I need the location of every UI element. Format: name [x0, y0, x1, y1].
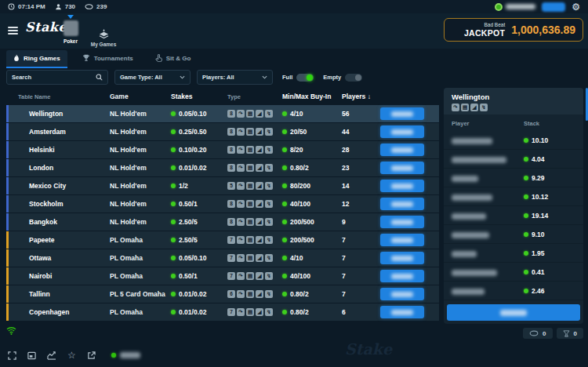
- players-filter-value: Players: All: [202, 74, 234, 81]
- menu-hamburger-icon[interactable]: [8, 25, 18, 36]
- game-type-select[interactable]: Game Type: All: [114, 70, 191, 85]
- player-row: 4.04: [444, 150, 583, 169]
- join-table-button[interactable]: [380, 198, 424, 210]
- stakes-cell: 0.05/0.10: [171, 110, 227, 118]
- footer-toolbar: ☆: [8, 351, 140, 360]
- join-table-button[interactable]: [380, 107, 424, 120]
- table-row[interactable]: Stockholm NL Hold'em 0.50/1 8↷▤◢↯ 40/100…: [6, 195, 439, 213]
- tournaments-counter[interactable]: 0: [557, 328, 583, 339]
- table-row[interactable]: Helsinki NL Hold'em 0.10/0.20 8↷▤◢↯ 8/20…: [6, 141, 439, 159]
- table-feature-icon: ↯: [265, 110, 273, 118]
- table-name-cell: Papeete: [9, 236, 110, 244]
- window-icon[interactable]: [27, 351, 36, 360]
- table-row[interactable]: Ottawa PL Omaha 0.05/0.10 7↷▤◢↯ 4/10 7: [6, 249, 439, 267]
- table-feature-icon: ◢: [256, 308, 263, 316]
- buyin-cell: 20/50: [282, 128, 342, 136]
- table-row[interactable]: Nairobi PL Omaha 0.50/1 7↷▤◢↯ 40/100 7: [6, 267, 439, 285]
- balance-display[interactable]: [495, 3, 535, 11]
- buyin-cell: 80/200: [282, 182, 342, 190]
- col-table-name[interactable]: Table Name: [6, 93, 110, 100]
- currency-dot-icon: [171, 274, 176, 278]
- open-tables-counter[interactable]: 0: [523, 328, 552, 339]
- panel-join-button[interactable]: [447, 304, 580, 321]
- type-badges-cell: 6↷▤◢↯: [227, 290, 282, 298]
- active-indicator-triangle: [67, 15, 74, 19]
- table-row[interactable]: Amsterdam NL Hold'em 0.25/0.50 8↷▤◢↯ 20/…: [6, 123, 439, 141]
- nav-item-poker[interactable]: Poker: [57, 15, 84, 44]
- join-table-button[interactable]: [380, 270, 424, 282]
- gear-icon[interactable]: ⚙: [572, 2, 580, 12]
- player-name-blurred: [452, 227, 524, 242]
- players-cell: 9: [342, 218, 380, 226]
- table-row[interactable]: Wellington NL Hold'em 0.05/0.10 8↷▤◢↯ 4/…: [6, 105, 439, 123]
- search-input[interactable]: Search: [6, 70, 108, 85]
- tab-tournaments[interactable]: Tournaments: [75, 50, 140, 68]
- nav-item-my-games[interactable]: My Games: [90, 18, 117, 47]
- connection-dot-icon: [111, 353, 116, 358]
- popout-icon[interactable]: [87, 351, 96, 360]
- join-table-button[interactable]: [380, 144, 424, 156]
- table-feature-icon: ◢: [470, 104, 478, 111]
- empty-toggle[interactable]: [345, 74, 362, 82]
- players-cell: 7: [342, 254, 380, 262]
- table-row[interactable]: Bangkok NL Hold'em 2.50/5 8↷▤◢↯ 200/500 …: [6, 213, 439, 231]
- players-cell: 7: [342, 236, 380, 244]
- col-players[interactable]: Players ↓: [342, 93, 380, 100]
- join-table-button[interactable]: [380, 125, 424, 138]
- table-feature-icon: ◢: [256, 218, 263, 226]
- table-feature-icon: ◢: [256, 272, 263, 280]
- stakes-cell: 0.10/0.20: [171, 146, 227, 154]
- time-stat: 07:14 PM: [8, 3, 45, 10]
- join-table-button[interactable]: [380, 252, 424, 264]
- table-row[interactable]: Copenhagen PL Omaha 0.01/0.02 7↷▤◢↯ 0.80…: [6, 303, 439, 322]
- full-toggle[interactable]: [296, 74, 314, 82]
- favorites-star-icon[interactable]: ☆: [67, 351, 76, 360]
- tab-sit-and-go[interactable]: Sit & Go: [148, 50, 198, 68]
- join-table-button[interactable]: [380, 234, 424, 246]
- stakes-cell: 0.01/0.02: [171, 290, 227, 298]
- table-row[interactable]: London NL Hold'em 0.01/0.02 8↷▤◢↯ 0.80/2…: [6, 159, 439, 177]
- seats-badge: 8: [227, 146, 235, 154]
- currency-dot-icon: [524, 138, 528, 143]
- player-row: 0.41: [444, 263, 583, 282]
- table-row[interactable]: Tallinn PL 5 Card Omaha 0.01/0.02 6↷▤◢↯ …: [6, 285, 439, 303]
- buyin-cell: 0.80/2: [282, 290, 342, 298]
- table-row[interactable]: Papeete PL Omaha 2.50/5 7↷▤◢↯ 200/500 7: [6, 231, 439, 249]
- connection-label-blurred: [120, 352, 140, 358]
- table-row[interactable]: Mexico City NL Hold'em 1/2 5↷▤◢↯ 80/200 …: [6, 177, 439, 195]
- stats-icon[interactable]: [47, 351, 56, 360]
- join-table-button[interactable]: [380, 306, 424, 318]
- seats-badge: 8: [227, 164, 235, 172]
- bad-beat-jackpot-widget[interactable]: Bad Beat JACKPOT 1,000,636.89: [444, 18, 583, 42]
- ring-games-table: Table Name Game Stakes Type Min/Max Buy-…: [6, 88, 439, 322]
- wallet-button-blurred[interactable]: [542, 2, 565, 12]
- join-table-button[interactable]: [380, 180, 424, 192]
- game-type-value: Game Type: All: [120, 74, 162, 81]
- col-buyin[interactable]: Min/Max Buy-In: [282, 93, 342, 100]
- col-game[interactable]: Game: [110, 93, 171, 100]
- fullscreen-icon[interactable]: [8, 351, 16, 360]
- player-stack: 1.95: [524, 249, 545, 257]
- currency-dot-icon: [171, 165, 176, 170]
- table-feature-icon: ▤: [246, 308, 254, 316]
- col-stakes[interactable]: Stakes: [171, 93, 227, 100]
- tables-stat: 239: [85, 3, 107, 10]
- table-feature-icon: ↯: [265, 164, 273, 172]
- tab-ring-games[interactable]: Ring Games: [6, 50, 67, 68]
- table-feature-icon: ◢: [256, 164, 263, 172]
- currency-dot-icon: [171, 129, 176, 134]
- col-type[interactable]: Type: [227, 93, 282, 100]
- panel-table-name: Wellington: [452, 93, 575, 101]
- currency-dot-icon: [282, 129, 287, 134]
- join-table-button[interactable]: [380, 216, 424, 228]
- table-feature-icon: ↯: [265, 146, 273, 154]
- type-badges-cell: 7↷▤◢↯: [227, 254, 282, 262]
- join-table-button[interactable]: [380, 162, 424, 174]
- join-label-blurred: [391, 292, 413, 297]
- player-stack: 2.46: [524, 287, 545, 295]
- currency-dot-icon: [282, 256, 287, 260]
- type-badges-cell: 8↷▤◢↯: [227, 200, 282, 208]
- join-table-button[interactable]: [380, 288, 424, 300]
- players-select[interactable]: Players: All: [197, 70, 273, 85]
- table-preview-panel: Wellington ↷▤◢↯ Player Stack 10.10 4.04 …: [444, 88, 583, 324]
